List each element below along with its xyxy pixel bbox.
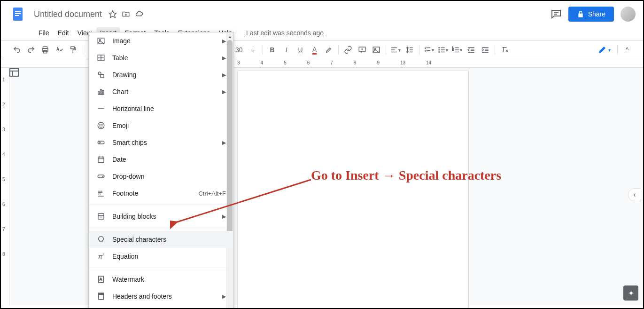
menu-item-label: Drawing bbox=[112, 71, 216, 79]
svg-rect-47 bbox=[101, 90, 102, 95]
insert-menu-footnote[interactable]: FootnoteCtrl+Alt+F bbox=[89, 185, 233, 202]
share-button[interactable]: Share bbox=[568, 7, 614, 22]
star-icon[interactable] bbox=[109, 10, 117, 18]
insert-menu-special-characters[interactable]: Special characters bbox=[89, 231, 233, 248]
bullet-list-button[interactable]: ▾ bbox=[436, 43, 450, 56]
insert-menu-building-blocks[interactable]: Building blocks▶ bbox=[89, 208, 233, 225]
menu-item-label: Equation bbox=[112, 253, 226, 260]
submenu-arrow-icon: ▶ bbox=[222, 55, 226, 61]
menu-item-label: Smart chips bbox=[112, 139, 216, 146]
insert-menu-chart[interactable]: Chart▶ bbox=[89, 83, 233, 100]
document-page[interactable] bbox=[237, 71, 469, 309]
paint-format-button[interactable] bbox=[67, 43, 80, 56]
decrease-indent-button[interactable] bbox=[465, 43, 478, 56]
undo-button[interactable] bbox=[10, 43, 23, 56]
insert-menu-smart-chips[interactable]: Smart chips▶ bbox=[89, 134, 233, 151]
text-color-button[interactable]: A bbox=[308, 43, 321, 56]
lock-icon bbox=[577, 10, 584, 18]
emoji-icon bbox=[96, 121, 106, 130]
submenu-arrow-icon: ▶ bbox=[222, 38, 226, 44]
insert-link-button[interactable] bbox=[341, 43, 355, 56]
svg-text:2: 2 bbox=[452, 48, 454, 51]
insert-menu-dropdown: ▴ ▾ Image▶Table▶Drawing▶Chart▶Horizontal… bbox=[88, 32, 234, 309]
spellcheck-button[interactable] bbox=[53, 43, 66, 56]
menu-item-label: Headers and footers bbox=[112, 293, 216, 300]
insert-menu-equation[interactable]: π²Equation bbox=[89, 248, 233, 265]
increase-indent-button[interactable] bbox=[479, 43, 492, 56]
line-spacing-button[interactable] bbox=[403, 43, 416, 56]
header-icon bbox=[96, 292, 106, 301]
watermark-icon: A bbox=[96, 275, 106, 284]
svg-rect-46 bbox=[98, 92, 100, 95]
cloud-icon[interactable] bbox=[135, 10, 143, 18]
menu-file[interactable]: File bbox=[35, 27, 53, 39]
share-label: Share bbox=[588, 10, 605, 18]
hr-icon bbox=[96, 104, 106, 113]
svg-rect-20 bbox=[441, 48, 445, 48]
docs-logo[interactable] bbox=[8, 5, 27, 24]
bold-button[interactable]: B bbox=[266, 43, 279, 56]
menu-item-label: Watermark bbox=[112, 276, 226, 283]
insert-menu-emoji[interactable]: Emoji bbox=[89, 117, 233, 134]
svg-rect-21 bbox=[441, 49, 445, 50]
image-icon bbox=[96, 36, 106, 46]
svg-rect-22 bbox=[441, 52, 445, 53]
svg-rect-10 bbox=[71, 47, 75, 49]
document-title[interactable]: Untitled document bbox=[31, 8, 105, 20]
svg-rect-1 bbox=[15, 11, 21, 12]
menu-edit[interactable]: Edit bbox=[54, 27, 73, 39]
underline-button[interactable]: U bbox=[294, 43, 307, 56]
last-edit-link[interactable]: Last edit was seconds ago bbox=[246, 29, 324, 37]
insert-menu-table[interactable]: Table▶ bbox=[89, 49, 233, 66]
footnote-icon bbox=[96, 189, 106, 198]
dropdown-icon bbox=[96, 172, 106, 181]
user-avatar[interactable] bbox=[621, 7, 636, 22]
editing-mode-button[interactable]: ▾ bbox=[594, 44, 614, 56]
svg-rect-55 bbox=[98, 157, 104, 163]
date-icon bbox=[96, 155, 106, 164]
insert-menu-horizontal-line[interactable]: Horizontal line bbox=[89, 100, 233, 117]
side-panel-toggle[interactable]: ‹ bbox=[628, 188, 641, 201]
move-icon[interactable] bbox=[122, 10, 130, 18]
drawing-icon bbox=[96, 70, 106, 79]
svg-point-17 bbox=[438, 47, 440, 48]
clear-formatting-button[interactable] bbox=[498, 43, 511, 56]
svg-rect-64 bbox=[98, 214, 104, 219]
omega-icon bbox=[96, 235, 106, 244]
zoom-value[interactable]: 30 bbox=[233, 46, 246, 54]
align-button[interactable]: ▾ bbox=[389, 43, 402, 56]
svg-point-19 bbox=[438, 51, 440, 53]
add-comment-button[interactable] bbox=[356, 43, 369, 56]
svg-point-54 bbox=[99, 142, 101, 143]
checklist-button[interactable]: ▾ bbox=[422, 43, 435, 56]
italic-button[interactable]: I bbox=[280, 43, 293, 56]
redo-button[interactable] bbox=[24, 43, 38, 56]
insert-menu-page-numbers[interactable]: #Page numbers▶ bbox=[89, 305, 233, 309]
svg-rect-36 bbox=[10, 69, 18, 76]
numbered-list-button[interactable]: 12▾ bbox=[450, 43, 464, 56]
insert-menu-drawing[interactable]: Drawing▶ bbox=[89, 66, 233, 83]
highlight-button[interactable] bbox=[322, 43, 335, 56]
blocks-icon bbox=[96, 212, 106, 221]
insert-menu-headers-and-footers[interactable]: Headers and footers▶ bbox=[89, 288, 233, 305]
insert-menu-watermark[interactable]: AWatermark bbox=[89, 271, 233, 288]
vertical-ruler[interactable]: 1 2 3 4 5 6 7 8 bbox=[1, 68, 9, 305]
submenu-arrow-icon: ▶ bbox=[222, 89, 226, 95]
explore-button[interactable]: ✦ bbox=[623, 285, 638, 301]
svg-marker-4 bbox=[109, 11, 116, 18]
zoom-increase[interactable]: + bbox=[247, 43, 260, 56]
chart-icon bbox=[96, 87, 106, 96]
comments-icon[interactable] bbox=[551, 8, 562, 20]
insert-menu-date[interactable]: Date bbox=[89, 151, 233, 168]
print-button[interactable] bbox=[39, 43, 52, 56]
insert-menu-image[interactable]: Image▶ bbox=[89, 32, 233, 49]
insert-image-button[interactable] bbox=[370, 43, 383, 56]
svg-point-18 bbox=[438, 49, 440, 51]
menu-item-label: Chart bbox=[112, 88, 216, 95]
outline-toggle-icon[interactable] bbox=[8, 67, 20, 78]
menu-item-label: Drop-down bbox=[112, 173, 226, 180]
insert-menu-drop-down[interactable]: Drop-down bbox=[89, 168, 233, 185]
svg-rect-70 bbox=[99, 293, 104, 294]
hide-menus-button[interactable]: ^ bbox=[621, 43, 634, 56]
menu-item-label: Date bbox=[112, 156, 226, 163]
